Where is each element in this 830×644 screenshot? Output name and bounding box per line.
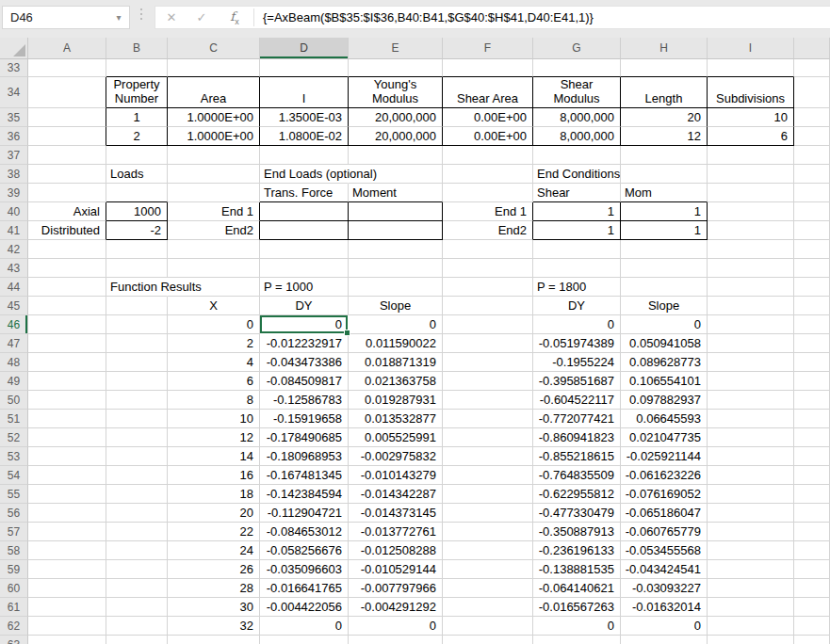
cell-B56[interactable] xyxy=(106,504,168,523)
cell-J56[interactable] xyxy=(794,504,830,523)
cell-F43[interactable] xyxy=(443,259,533,278)
cell-C43[interactable] xyxy=(168,259,260,278)
row-header-57[interactable]: 57 xyxy=(0,523,28,541)
cell-E55[interactable]: -0.014342287 xyxy=(349,485,443,504)
cell-G36[interactable]: 8,000,000 xyxy=(533,127,621,146)
cell-I36[interactable]: 6 xyxy=(708,127,794,146)
row-header-50[interactable]: 50 xyxy=(0,391,28,410)
cell-I51[interactable] xyxy=(708,410,794,428)
cell-I58[interactable] xyxy=(708,541,794,560)
cell-H58[interactable]: -0.053455568 xyxy=(621,541,708,560)
cell-D33[interactable] xyxy=(260,59,349,77)
cell-G37[interactable] xyxy=(533,146,621,165)
cell-J44[interactable] xyxy=(794,278,830,297)
cell-I40[interactable] xyxy=(708,202,794,221)
cell-F41[interactable]: End2 xyxy=(443,221,533,240)
cell-A38[interactable] xyxy=(28,165,106,184)
cell-H49[interactable]: 0.106554101 xyxy=(621,372,708,391)
cell-H52[interactable]: 0.021047735 xyxy=(621,428,708,447)
cell-F52[interactable] xyxy=(443,428,533,447)
cell-G41[interactable]: 1 xyxy=(533,221,621,240)
cell-F60[interactable] xyxy=(443,579,533,598)
cell-A47[interactable] xyxy=(28,334,106,353)
cell-H57[interactable]: -0.060765779 xyxy=(621,523,708,541)
cell-G38[interactable]: End Conditions xyxy=(533,165,621,184)
cell-E53[interactable]: -0.002975832 xyxy=(349,447,443,466)
cell-I35[interactable]: 10 xyxy=(708,108,794,127)
cell-G47[interactable]: -0.051974389 xyxy=(533,334,621,353)
cell-J60[interactable] xyxy=(794,579,830,598)
cell-C54[interactable]: 16 xyxy=(168,466,260,485)
cell-H48[interactable]: 0.089628773 xyxy=(621,353,708,372)
cell-F45[interactable] xyxy=(443,297,533,315)
cell-C35[interactable]: 1.0000E+00 xyxy=(168,108,260,127)
cell-A60[interactable] xyxy=(28,579,106,598)
cell-B41[interactable]: -2 xyxy=(106,221,168,240)
cell-E48[interactable]: 0.018871319 xyxy=(349,353,443,372)
cell-J45[interactable] xyxy=(794,297,830,315)
cell-C58[interactable]: 24 xyxy=(168,541,260,560)
cell-I46[interactable] xyxy=(708,315,794,334)
cell-J52[interactable] xyxy=(794,428,830,447)
cell-A53[interactable] xyxy=(28,447,106,466)
cell-I39[interactable] xyxy=(708,184,794,202)
cell-C50[interactable]: 8 xyxy=(168,391,260,410)
cell-H33[interactable] xyxy=(621,59,708,77)
cell-J54[interactable] xyxy=(794,466,830,485)
cell-H55[interactable]: -0.076169052 xyxy=(621,485,708,504)
cell-B50[interactable] xyxy=(106,391,168,410)
row-header-61[interactable]: 61 xyxy=(0,598,28,617)
cell-I49[interactable] xyxy=(708,372,794,391)
cell-A54[interactable] xyxy=(28,466,106,485)
cell-H46[interactable]: 0 xyxy=(621,315,708,334)
row-header-42[interactable]: 42 xyxy=(0,240,28,259)
cell-D36[interactable]: 1.0800E-02 xyxy=(260,127,349,146)
cell-B52[interactable] xyxy=(106,428,168,447)
column-header-F[interactable]: F xyxy=(443,38,533,59)
cell-A58[interactable] xyxy=(28,541,106,560)
cell-I57[interactable] xyxy=(708,523,794,541)
cell-G60[interactable]: -0.064140621 xyxy=(533,579,621,598)
cell-I47[interactable] xyxy=(708,334,794,353)
enter-icon[interactable]: ✓ xyxy=(187,10,216,24)
cell-H35[interactable]: 20 xyxy=(621,108,708,127)
cell-G33[interactable] xyxy=(533,59,621,77)
cell-D62[interactable]: 0 xyxy=(260,617,349,636)
cell-H54[interactable]: -0.061623226 xyxy=(621,466,708,485)
cell-E56[interactable]: -0.014373145 xyxy=(349,504,443,523)
row-header-38[interactable]: 38 xyxy=(0,165,28,184)
cell-A44[interactable] xyxy=(28,278,106,297)
cell-B62[interactable] xyxy=(106,617,168,636)
cell-I52[interactable] xyxy=(708,428,794,447)
row-header-63[interactable]: 63 xyxy=(0,636,28,644)
column-header-H[interactable]: H xyxy=(621,38,708,59)
cell-A39[interactable] xyxy=(28,184,106,202)
cell-J43[interactable] xyxy=(794,259,830,278)
cell-A56[interactable] xyxy=(28,504,106,523)
cell-F50[interactable] xyxy=(443,391,533,410)
cell-D45[interactable]: DY xyxy=(260,297,349,315)
cell-G51[interactable]: -0.772077421 xyxy=(533,410,621,428)
cell-D50[interactable]: -0.12586783 xyxy=(260,391,349,410)
cell-F34[interactable]: Shear Area xyxy=(443,77,533,108)
cell-D60[interactable]: -0.016641765 xyxy=(260,579,349,598)
cell-D39[interactable]: Trans. Force xyxy=(260,184,349,202)
cell-A45[interactable] xyxy=(28,297,106,315)
cell-G48[interactable]: -0.1955224 xyxy=(533,353,621,372)
cell-J62[interactable] xyxy=(794,617,830,636)
cell-A61[interactable] xyxy=(28,598,106,617)
cell-I44[interactable] xyxy=(708,278,794,297)
cell-E49[interactable]: 0.021363758 xyxy=(349,372,443,391)
cell-F38[interactable] xyxy=(443,165,533,184)
cell-C63[interactable] xyxy=(168,636,260,644)
cell-I63[interactable] xyxy=(708,636,794,644)
cell-F33[interactable] xyxy=(443,59,533,77)
cell-F58[interactable] xyxy=(443,541,533,560)
cell-C42[interactable] xyxy=(168,240,260,259)
cell-I33[interactable] xyxy=(708,59,794,77)
cell-B39[interactable] xyxy=(106,184,168,202)
cell-D51[interactable]: -0.15919658 xyxy=(260,410,349,428)
cell-E50[interactable]: 0.019287931 xyxy=(349,391,443,410)
cell-D56[interactable]: -0.112904721 xyxy=(260,504,349,523)
cell-B58[interactable] xyxy=(106,541,168,560)
